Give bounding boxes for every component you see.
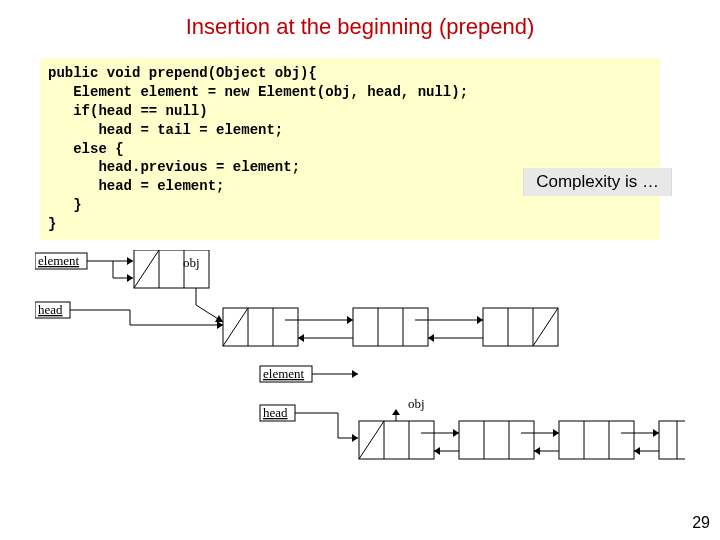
svg-line-9 [134,250,159,288]
svg-marker-5 [127,274,133,282]
svg-rect-33 [483,308,558,346]
svg-marker-23 [347,316,353,324]
page-number: 29 [692,514,710,532]
element-label: element [38,253,80,268]
page-title: Insertion at the beginning (prepend) [0,0,720,58]
svg-marker-32 [428,334,434,342]
svg-marker-12 [215,315,223,322]
svg-line-48 [359,421,384,459]
element-label-2: element [263,366,305,381]
linked-list-diagram: element obj head element [35,250,685,480]
svg-marker-2 [127,257,133,265]
svg-rect-18 [223,308,298,346]
svg-marker-59 [553,429,559,437]
svg-marker-44 [352,434,358,442]
svg-rect-62 [559,421,634,459]
svg-marker-54 [434,447,440,455]
head-label-1: head [38,302,63,317]
svg-marker-30 [477,316,483,324]
obj-label-2: obj [408,396,425,411]
svg-line-36 [533,308,558,346]
svg-marker-66 [653,429,659,437]
svg-rect-69 [659,421,685,459]
head-label-2: head [263,405,288,420]
svg-marker-68 [634,447,640,455]
svg-marker-25 [298,334,304,342]
obj-label-1: obj [183,255,200,270]
svg-marker-61 [534,447,540,455]
svg-marker-50 [392,409,400,415]
diagram-area: element obj head element [35,250,720,480]
svg-rect-45 [359,421,434,459]
svg-marker-17 [217,321,223,329]
svg-marker-52 [453,429,459,437]
svg-marker-39 [352,370,358,378]
code-block: public void prepend(Object obj){ Element… [40,58,660,240]
svg-rect-26 [353,308,428,346]
svg-rect-55 [459,421,534,459]
svg-line-21 [223,308,248,346]
complexity-note: Complexity is … [523,168,672,196]
